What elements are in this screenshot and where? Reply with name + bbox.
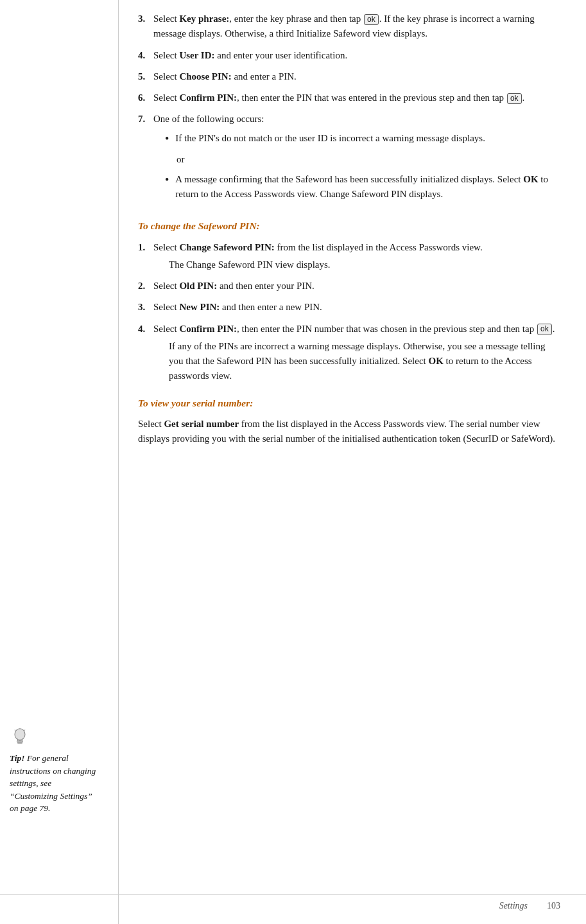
- bullet-dot-1: •: [165, 131, 169, 147]
- s2-item-content-1: Select Change Safeword PIN: from the lis…: [153, 240, 560, 273]
- s2-item-4-indent: If any of the PINs are incorrect a warni…: [169, 339, 560, 384]
- s2-item-3-bold: New PIN:: [179, 302, 220, 312]
- s2-item-num-3: 3.: [138, 300, 153, 315]
- item-6-bold: Confirm PIN:: [179, 92, 237, 103]
- bullet-content-2: A message confirming that the Safeword h…: [175, 172, 560, 202]
- s2-list-item-4: 4. Select Confirm PIN:, then enter the P…: [138, 322, 560, 384]
- bullet-item-2: • A message confirming that the Safeword…: [165, 172, 560, 202]
- list-item-6: 6. Select Confirm PIN:, then enter the P…: [138, 91, 560, 105]
- svg-point-0: [15, 729, 25, 740]
- footer-section-title: Settings: [499, 899, 528, 912]
- section3-heading: To view your serial number:: [138, 396, 560, 410]
- s2-item-1-bold: Change Safeword PIN:: [179, 242, 274, 252]
- item-content-5: Select Choose PIN: and enter a PIN.: [153, 69, 560, 84]
- item-content-7: One of the following occurs: • If the PI…: [153, 112, 560, 207]
- s2-item-content-2: Select Old PIN: and then enter your PIN.: [153, 279, 560, 293]
- bullet-list-7: • If the PIN's do not match or the user …: [165, 131, 560, 202]
- tip-bold-label: Tip!: [10, 753, 25, 763]
- s2-list-item-3: 3. Select New PIN: and then enter a new …: [138, 300, 560, 315]
- svg-line-7: [24, 730, 25, 731]
- svg-rect-5: [17, 742, 22, 744]
- section2-heading: To change the Safeword PIN:: [138, 218, 560, 233]
- s2-list-item-1: 1. Select Change Safeword PIN: from the …: [138, 240, 560, 273]
- list-item-7: 7. One of the following occurs: • If the…: [138, 112, 560, 207]
- sidebar: Tip! For general instructions on changin…: [0, 0, 119, 924]
- item-content-6: Select Confirm PIN:, then enter the PIN …: [153, 91, 560, 105]
- page-footer: Settings 103: [0, 894, 586, 912]
- item-num-3: 3.: [138, 12, 153, 26]
- tip-lightbulb-icon: [10, 728, 30, 748]
- item-3-bold: Key phrase:: [179, 13, 229, 24]
- bullet-content-1: If the PIN's do not match or the user ID…: [175, 131, 560, 146]
- item-num-7: 7.: [138, 112, 153, 126]
- item-4-bold: User ID:: [179, 50, 214, 60]
- s2-item-num-1: 1.: [138, 240, 153, 255]
- list-item-3: 3. Select Key phrase:, enter the key phr…: [138, 12, 560, 42]
- list-item-4: 4. Select User ID: and enter your user i…: [138, 48, 560, 63]
- ok-button-icon-3: ok: [364, 14, 379, 26]
- item-content-4: Select User ID: and enter your user iden…: [153, 48, 560, 63]
- s2-item-4-ok-bold: OK: [428, 356, 443, 366]
- s2-list-item-2: 2. Select Old PIN: and then enter your P…: [138, 279, 560, 293]
- or-text: or: [177, 152, 560, 167]
- s2-item-2-bold: Old PIN:: [179, 281, 217, 291]
- bullet-item-1: • If the PIN's do not match or the user …: [165, 131, 560, 147]
- ok-button-icon-s2-4: ok: [537, 324, 552, 335]
- s2-item-content-3: Select New PIN: and then enter a new PIN…: [153, 300, 560, 315]
- bullet-dot-2: •: [165, 172, 169, 188]
- s2-item-num-4: 4.: [138, 322, 153, 336]
- section3-para: Select Get serial number from the list d…: [138, 417, 560, 447]
- tip-box: Tip! For general instructions on changin…: [0, 721, 106, 821]
- item-num-6: 6.: [138, 91, 153, 105]
- page-container: Tip! For general instructions on changin…: [0, 0, 586, 924]
- s2-item-1-indent: The Change Safeword PIN view displays.: [169, 257, 560, 272]
- s2-item-content-4: Select Confirm PIN:, then enter the PIN …: [153, 322, 560, 384]
- item-num-4: 4.: [138, 48, 153, 63]
- svg-line-8: [15, 730, 15, 731]
- ok-button-icon-6: ok: [507, 93, 522, 105]
- bullet-2-ok-bold: OK: [523, 174, 538, 184]
- footer-right: Settings 103: [499, 899, 560, 912]
- item-5-bold: Choose PIN:: [179, 71, 231, 82]
- tip-text: Tip! For general instructions on changin…: [10, 752, 96, 815]
- svg-rect-4: [17, 741, 23, 743]
- item-content-3: Select Key phrase:, enter the key phrase…: [153, 12, 560, 42]
- main-content: 3. Select Key phrase:, enter the key phr…: [119, 0, 586, 924]
- s2-item-num-2: 2.: [138, 279, 153, 293]
- list-item-5: 5. Select Choose PIN: and enter a PIN.: [138, 69, 560, 84]
- item-num-5: 5.: [138, 69, 153, 84]
- footer-page-num: 103: [547, 899, 560, 912]
- s2-item-4-bold: Confirm PIN:: [179, 324, 237, 334]
- section3-bold: Get serial number: [164, 419, 239, 429]
